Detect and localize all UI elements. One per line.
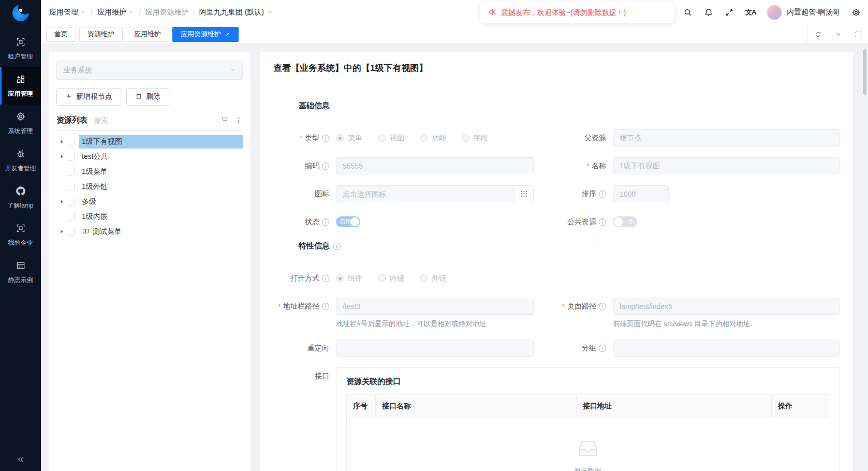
sidebar-item-static-demo[interactable]: 静态示例 (0, 254, 41, 291)
content-fullscreen-icon[interactable] (848, 25, 868, 43)
chevron-down-icon (128, 8, 134, 17)
fullscreen-icon[interactable] (725, 8, 734, 18)
field-label-name: 名称 (592, 161, 606, 171)
radio-open-internal: 内链 (378, 274, 404, 283)
tree-actions: 新增根节点 删除 (56, 88, 243, 106)
radio-dot (420, 274, 428, 282)
required-mark: * (562, 302, 565, 311)
radio-type-view: 视图 (378, 134, 404, 143)
field-label-state: 状态 (305, 217, 319, 227)
chevron-down-icon (80, 8, 86, 17)
user-menu[interactable]: 内置超管-啊汤哥 (767, 5, 840, 20)
sidebar-item-label: 租户管理 (8, 52, 33, 61)
refresh-icon[interactable] (807, 25, 828, 43)
info-icon: i (322, 135, 329, 142)
company-frame-icon (16, 223, 26, 235)
tree-node-label[interactable]: 1级菜单 (79, 165, 243, 179)
delete-button[interactable]: 删除 (126, 88, 169, 106)
app-window: 租户管理 应用管理 系统管理 开发者管理 了解lamp 我的企业 (0, 0, 868, 471)
sidebar-collapse-button[interactable] (0, 455, 41, 466)
linked-api-card: 资源关联的接口 序号 接口名称 接口地址 操作 (336, 367, 840, 471)
radio-dot (378, 134, 386, 142)
tree-node-label[interactable]: 多级 (79, 195, 243, 209)
search-icon[interactable] (221, 115, 229, 125)
tree-node-label[interactable]: 1级外链 (79, 180, 243, 194)
redirect-input (336, 340, 534, 357)
tree-node-label[interactable]: test公共 (79, 150, 243, 164)
state-toggle-text: 启用 (340, 216, 351, 227)
tenant-selector[interactable]: 阿里九九集团 (默认) (199, 8, 273, 17)
sidebar-item-tenant[interactable]: 租户管理 (0, 30, 41, 67)
tabs-dropdown-icon[interactable] (828, 25, 848, 43)
empty-state: 暂无数据 (347, 418, 829, 471)
translate-icon[interactable]: 文A (745, 8, 756, 17)
field-label-group: 分组 (582, 344, 596, 353)
app-logo[interactable] (0, 0, 41, 26)
tree-search-input[interactable] (94, 116, 221, 125)
breadcrumb-item-app-mgmt[interactable]: 应用管理 (49, 8, 86, 17)
field-label-path: 地址栏路径 (283, 302, 319, 311)
add-root-node-button[interactable]: 新增根节点 (56, 88, 121, 106)
tree-node-checkbox[interactable] (67, 168, 75, 175)
caret-right-icon[interactable] (56, 229, 67, 234)
tree-node-label[interactable]: 测试菜单 (79, 225, 243, 239)
caret-right-icon[interactable] (56, 199, 67, 204)
info-icon: i (322, 218, 329, 226)
more-options-icon[interactable] (235, 116, 243, 124)
sidebar-item-lamp[interactable]: 了解lamp (0, 179, 41, 216)
tree-node-test-public[interactable]: test公共 (56, 149, 243, 164)
search-icon[interactable] (683, 8, 693, 18)
sidebar-item-app[interactable]: 应用管理 (0, 67, 41, 105)
page-tabs-bar: 首页 资源维护 应用维护 应用资源维护 (41, 25, 868, 44)
info-icon: i (333, 243, 341, 250)
tree-node-view-level1[interactable]: 1级下有视图 (56, 134, 243, 149)
tree-node-external-link[interactable]: 1级外链 (56, 179, 243, 194)
toggle-knob (350, 217, 359, 226)
field-label-code: 编码 (305, 161, 319, 171)
name-input (613, 157, 840, 174)
page-scrollbar[interactable] (863, 49, 866, 95)
caret-right-icon[interactable] (56, 139, 67, 144)
announcement-text: 震撼发布，欢迎体验~(请勿删除数据！) (501, 8, 626, 18)
radio-dot (336, 274, 344, 282)
tree-node-label[interactable]: 1级内嵌 (79, 210, 243, 224)
header-actions: 文A 内置超管-啊汤哥 (683, 0, 861, 25)
system-select[interactable]: 业务系统 (56, 61, 243, 80)
tab-app-maint[interactable]: 应用维护 (126, 27, 169, 42)
settings-gear-icon[interactable] (851, 8, 861, 18)
tree-node-menu-level1[interactable]: 1级菜单 (56, 164, 243, 179)
sidebar-item-system[interactable]: 系统管理 (0, 105, 41, 142)
icon-input (336, 185, 514, 202)
resource-detail-panel: 查看【业务系统】中的【1级下有视图】 基础信息 *类型i 菜单 视图 (260, 52, 853, 471)
tree-node-checkbox[interactable] (67, 183, 75, 190)
trash-icon (135, 93, 142, 101)
sidebar-item-label: 开发者管理 (5, 164, 36, 173)
bell-icon[interactable] (704, 8, 714, 18)
tree-node-checkbox[interactable] (67, 228, 75, 236)
info-icon: i (322, 275, 329, 282)
tab-resource-maint[interactable]: 资源维护 (79, 27, 123, 42)
state-toggle: 启用 (336, 216, 360, 227)
tree-node-embedded[interactable]: 1级内嵌 (56, 209, 243, 224)
group-input (613, 340, 840, 357)
tree-node-checkbox[interactable] (67, 198, 75, 205)
tree-node-checkbox[interactable] (67, 138, 75, 145)
tree-node-label[interactable]: 1级下有视图 (79, 135, 243, 149)
sidebar-item-company[interactable]: 我的企业 (0, 216, 41, 254)
required-mark: * (586, 162, 589, 170)
tree-node-test-menu[interactable]: 测试菜单 (56, 224, 243, 239)
caret-right-icon[interactable] (56, 154, 67, 159)
icon-grid-picker-button (514, 185, 534, 202)
api-table-header: 序号 接口名称 接口地址 操作 (347, 395, 829, 418)
sidebar-item-developer[interactable]: 开发者管理 (0, 142, 41, 179)
gear-icon (16, 111, 26, 123)
close-icon[interactable] (225, 31, 230, 38)
breadcrumb-item-app-maint[interactable]: 应用维护 (97, 8, 134, 17)
tab-home[interactable]: 首页 (46, 27, 76, 42)
tree-node-checkbox[interactable] (67, 213, 75, 220)
tree-node-multi-level[interactable]: 多级 (56, 194, 243, 209)
api-table: 序号 接口名称 接口地址 操作 (346, 394, 829, 471)
tree-node-checkbox[interactable] (67, 153, 75, 160)
main-sidebar: 租户管理 应用管理 系统管理 开发者管理 了解lamp 我的企业 (0, 0, 41, 471)
tab-app-resource-maint[interactable]: 应用资源维护 (172, 27, 239, 42)
